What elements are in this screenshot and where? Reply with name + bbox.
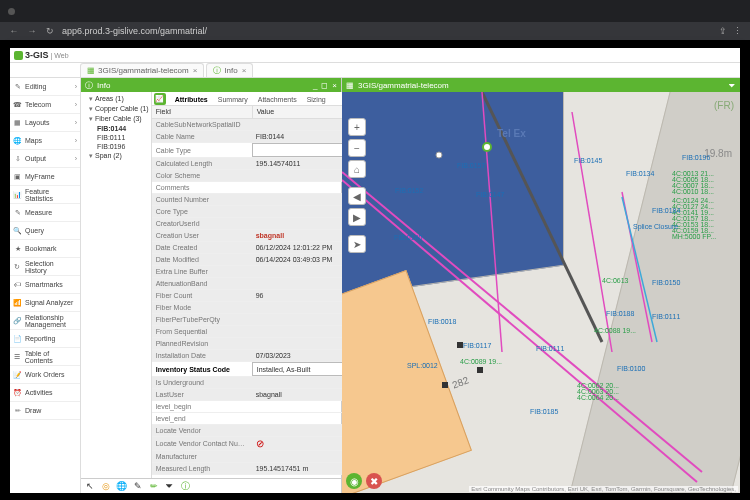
- work-icon: 📝: [13, 370, 22, 379]
- rail-item-maps[interactable]: 🌐Maps›: [10, 132, 80, 150]
- pencil-icon: ✎: [13, 82, 22, 91]
- close-icon[interactable]: ×: [242, 66, 247, 75]
- attr-field: Extra Line Buffer: [152, 267, 252, 276]
- rail-item-feature-statistics[interactable]: 📊Feature Statistics: [10, 186, 80, 204]
- rail-item-draw[interactable]: ✏Draw: [10, 402, 80, 420]
- tab-attributes[interactable]: Attributes: [170, 94, 213, 105]
- share-icon[interactable]: ⇪: [719, 26, 727, 36]
- stats-icon: 📊: [13, 190, 22, 199]
- map-feature-label: MH:5000 FP...: [672, 233, 716, 240]
- rail-item-query[interactable]: 🔍Query: [10, 222, 80, 240]
- clear-button[interactable]: ✖: [366, 473, 382, 489]
- act-icon: ⏰: [13, 388, 22, 397]
- tab-info[interactable]: ⓘ Info ×: [206, 63, 253, 77]
- rail-item-reporting[interactable]: 📄Reporting: [10, 330, 80, 348]
- edit-icon[interactable]: ✏: [148, 481, 159, 492]
- rail-label: Editing: [25, 83, 46, 90]
- rail-label: Reporting: [25, 335, 55, 342]
- app-logo: 3-GIS | Web: [14, 50, 69, 60]
- close-icon[interactable]: ×: [332, 81, 337, 90]
- globe-icon[interactable]: 🌐: [116, 481, 127, 492]
- tab-workspace[interactable]: ▦ 3GIS/gammatrial-telecom ×: [80, 63, 204, 77]
- rail-item-smartmarks[interactable]: 🏷Smartmarks: [10, 276, 80, 294]
- attr-field: PlannedRevision: [152, 339, 252, 348]
- info-icon[interactable]: ⓘ: [180, 481, 191, 492]
- rail-label: Relationship Management: [25, 314, 77, 328]
- app-window: 3-GIS | Web ▦ 3GIS/gammatrial-telecom × …: [10, 48, 740, 493]
- rail-item-layouts[interactable]: ▦Layouts›: [10, 114, 80, 132]
- tree-child[interactable]: FIB:0111: [83, 133, 149, 142]
- tree-node[interactable]: ▾Span (2): [83, 151, 149, 161]
- rail-item-table-of-contents[interactable]: ☰Table of Contents: [10, 348, 80, 366]
- building-label: Tel Ex: [497, 128, 526, 139]
- tool-rail: ✎Editing›☎Telecom›▦Layouts›🌐Maps›⇩Output…: [10, 78, 81, 493]
- tree-node[interactable]: ▾Areas (1): [83, 94, 149, 104]
- rail-item-telecom[interactable]: ☎Telecom›: [10, 96, 80, 114]
- url-text[interactable]: app6.prod.3-gislive.com/gammatrial/: [62, 26, 713, 36]
- rail-item-relationship-management[interactable]: 🔗Relationship Management: [10, 312, 80, 330]
- filter-icon[interactable]: ⏷: [164, 481, 175, 492]
- chevron-right-icon: ›: [75, 119, 77, 126]
- menu-icon[interactable]: ⋮: [733, 26, 742, 36]
- back-icon[interactable]: ←: [8, 25, 20, 37]
- locate-button[interactable]: ◉: [346, 473, 362, 489]
- map-controls-bottom: ◉ ✖: [346, 473, 382, 489]
- home-button[interactable]: ⌂: [348, 160, 366, 178]
- map-feature-label: FIB:0150: [652, 279, 680, 286]
- tab-attachments[interactable]: Attachments: [253, 94, 302, 105]
- rail-item-work-orders[interactable]: 📝Work Orders: [10, 366, 80, 384]
- map-feature-label: 4C:0088 19...: [594, 327, 636, 334]
- window-dot: [8, 8, 15, 15]
- rail-item-myframe[interactable]: ▣MyFrame: [10, 168, 80, 186]
- info-panel: ⓘ Info _ ◻ × ▾Areas (1)▾Copper Cable (1)…: [81, 78, 342, 493]
- tree-child[interactable]: FIB:0196: [83, 142, 149, 151]
- minimize-icon[interactable]: _: [313, 81, 317, 90]
- attr-field: Fiber Mode: [152, 303, 252, 312]
- feature-icon: 📈: [154, 93, 166, 105]
- tab-summary[interactable]: Summary: [213, 94, 253, 105]
- attr-field: Owner: [152, 476, 252, 478]
- next-extent-button[interactable]: ▶: [348, 208, 366, 226]
- cursor-icon[interactable]: ↖: [84, 481, 95, 492]
- tree-child[interactable]: FIB:0144: [83, 124, 149, 133]
- rail-item-selection-history[interactable]: ↻Selection History: [10, 258, 80, 276]
- tree-node[interactable]: ▾Fiber Cable (3): [83, 114, 149, 124]
- map-canvas[interactable]: Tel Ex 282 (FR) 19.8m Esri Community Map…: [342, 92, 740, 493]
- map-feature-label: 4C:0010 18...: [672, 188, 714, 195]
- attr-field: Inventory Status Code: [152, 365, 252, 374]
- chevron-right-icon: ›: [75, 101, 77, 108]
- forward-icon[interactable]: →: [26, 25, 38, 37]
- rail-item-output[interactable]: ⇩Output›: [10, 150, 80, 168]
- zoom-in-button[interactable]: +: [348, 118, 366, 136]
- attr-field: Measured Length: [152, 464, 252, 473]
- pencil-icon[interactable]: ✎: [132, 481, 143, 492]
- browser-address-bar[interactable]: ← → ↻ app6.prod.3-gislive.com/gammatrial…: [0, 22, 750, 40]
- globe-icon: 🌐: [13, 136, 22, 145]
- report-icon: 📄: [13, 334, 22, 343]
- attr-field: AttenuationBand: [152, 279, 252, 288]
- rail-label: Activities: [25, 389, 53, 396]
- rail-item-measure[interactable]: ✎Measure: [10, 204, 80, 222]
- map-feature-label: FIB:0111: [536, 345, 564, 352]
- tab-sizing[interactable]: Sizing: [302, 94, 331, 105]
- compass-button[interactable]: ➤: [348, 235, 366, 253]
- zoom-out-button[interactable]: −: [348, 139, 366, 157]
- maximize-icon[interactable]: ◻: [321, 81, 328, 90]
- feature-tree[interactable]: ▾Areas (1)▾Copper Cable (1)▾Fiber Cable …: [81, 92, 152, 478]
- rail-item-bookmark[interactable]: ★Bookmark: [10, 240, 80, 258]
- tree-node[interactable]: ▾Copper Cable (1): [83, 104, 149, 114]
- rail-item-editing[interactable]: ✎Editing›: [10, 78, 80, 96]
- map-feature-label: FIB:0111: [652, 313, 680, 320]
- filter-icon[interactable]: ⏷: [728, 81, 736, 90]
- target-icon[interactable]: ◎: [100, 481, 111, 492]
- attr-field: Cable Type: [152, 146, 252, 155]
- rail-item-signal-analyzer[interactable]: 📶Signal Analyzer: [10, 294, 80, 312]
- reload-icon[interactable]: ↻: [44, 25, 56, 37]
- rail-label: Query: [25, 227, 44, 234]
- rail-label: Bookmark: [25, 245, 57, 252]
- rail-item-activities[interactable]: ⏰Activities: [10, 384, 80, 402]
- app-tabstrip: ▦ 3GIS/gammatrial-telecom × ⓘ Info ×: [10, 63, 740, 78]
- prev-extent-button[interactable]: ◀: [348, 187, 366, 205]
- phone-icon: ☎: [13, 100, 22, 109]
- close-icon[interactable]: ×: [193, 66, 198, 75]
